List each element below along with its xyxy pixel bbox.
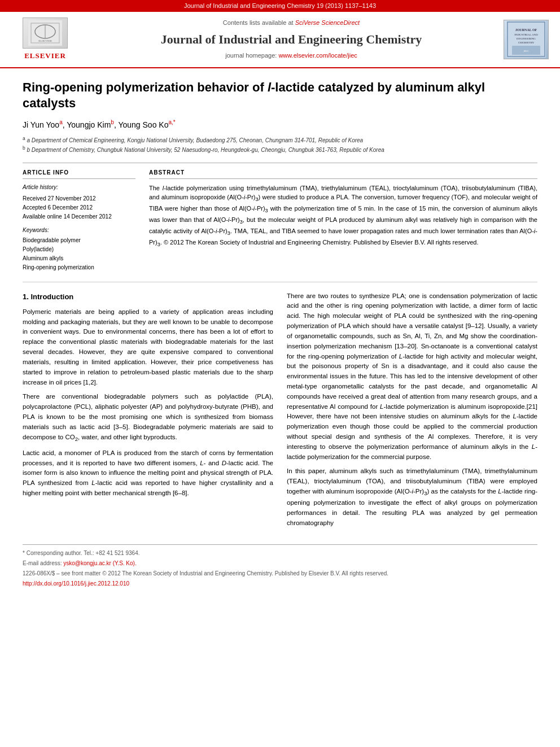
svg-text:JOURNAL OF: JOURNAL OF xyxy=(515,28,537,32)
left-body-column: 1. Introduction Polymeric materials are … xyxy=(23,291,273,533)
affiliations: a a Department of Chemical Engineering, … xyxy=(23,135,537,155)
affiliation-b: b b Department of Chemistry, Chungbuk Na… xyxy=(23,145,537,154)
journal-center-info: Contents lists available at SciVerse Sci… xyxy=(79,19,504,60)
history-label: Article history: xyxy=(23,184,135,191)
journal-header: ELSEVIER ELSEVIER Contents lists availab… xyxy=(0,12,560,68)
svg-text:INDUSTRIAL AND: INDUSTRIAL AND xyxy=(514,33,538,36)
article-info-panel: ARTICLE INFO Article history: Received 2… xyxy=(23,169,135,273)
keyword-4: Ring-opening polymerization xyxy=(23,264,135,272)
intro-para-1: Polymeric materials are being applied to… xyxy=(23,307,273,388)
body-divider xyxy=(23,282,537,282)
abstract-heading: ABSTRACT xyxy=(149,169,537,179)
doi-line: http://dx.doi.org/10.1016/j.jiec.2012.12… xyxy=(23,580,537,588)
corresponding-author-note: * Corresponding author. Tel.: +82 41 521… xyxy=(23,549,537,557)
authors-line: Ji Yun Yooa, Youngjo Kimb, Young Soo Koa… xyxy=(23,119,537,130)
intro-para-3: Lactic acid, a monomer of PLA is produce… xyxy=(23,448,273,499)
sciverse-text: Contents lists available at SciVerse Sci… xyxy=(79,19,504,27)
elsevier-logo: ELSEVIER ELSEVIER xyxy=(11,18,79,61)
elsevier-logo-image: ELSEVIER xyxy=(23,18,68,49)
accepted-date: Accepted 6 December 2012 xyxy=(23,204,135,212)
svg-text:ELSEVIER: ELSEVIER xyxy=(38,40,52,42)
abstract-panel: ABSTRACT The l-lactide polymerization us… xyxy=(149,169,537,273)
top-bar: Journal of Industrial and Engineering Ch… xyxy=(0,0,560,12)
received-date: Received 27 November 2012 xyxy=(23,195,135,203)
journal-title: Journal of Industrial and Engineering Ch… xyxy=(79,31,504,49)
keyword-3: Aluminum alkyls xyxy=(23,255,135,263)
page-footer: * Corresponding author. Tel.: +82 41 521… xyxy=(23,544,537,588)
article-info-heading: ARTICLE INFO xyxy=(23,169,135,179)
right-para-2: In this paper, aluminum alkyls such as t… xyxy=(287,466,537,528)
elsevier-wordmark: ELSEVIER xyxy=(24,51,66,61)
journal-cover-image: JOURNAL OF INDUSTRIAL AND ENGINEERING CH… xyxy=(504,20,549,59)
right-body-column: There are two routes to synthesize PLA; … xyxy=(287,291,537,533)
svg-text:ENGINEERING: ENGINEERING xyxy=(517,37,536,40)
svg-text:JIEC: JIEC xyxy=(523,50,530,53)
affiliation-a: a a Department of Chemical Engineering, … xyxy=(23,135,537,145)
body-columns: 1. Introduction Polymeric materials are … xyxy=(23,291,537,533)
right-para-1: There are two routes to synthesize PLA; … xyxy=(287,291,537,462)
intro-para-2: There are conventional biodegradable pol… xyxy=(23,392,273,443)
journal-citation: Journal of Industrial and Engineering Ch… xyxy=(184,2,376,9)
keywords-label: Keywords: xyxy=(23,226,135,234)
available-date: Available online 14 December 2012 xyxy=(23,213,135,221)
keyword-1: Biodegradable polymer xyxy=(23,237,135,244)
keyword-2: Poly(lactide) xyxy=(23,246,135,254)
copyright-line: 1226-086X/$ – see front matter © 2012 Th… xyxy=(23,570,537,578)
journal-homepage: journal homepage: www.elsevier.com/locat… xyxy=(79,51,504,60)
article-title: Ring-opening polymerization behavior of … xyxy=(23,80,537,112)
email-line: E-mail address: ysko@kongju.ac.kr (Y.S. … xyxy=(23,560,537,567)
article-info-abstract: ARTICLE INFO Article history: Received 2… xyxy=(23,163,537,273)
abstract-text: The l-lactide polymerization using trime… xyxy=(149,184,537,249)
keywords-section: Keywords: Biodegradable polymer Poly(lac… xyxy=(23,226,135,272)
intro-heading: 1. Introduction xyxy=(23,291,273,303)
main-content: Ring-opening polymerization behavior of … xyxy=(0,68,560,599)
svg-text:CHEMISTRY: CHEMISTRY xyxy=(518,41,535,44)
